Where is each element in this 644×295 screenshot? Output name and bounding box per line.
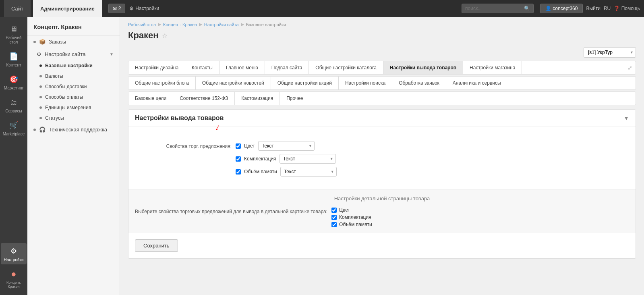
detail-checkbox-bundle[interactable] — [331, 215, 337, 220]
tab-blog-general[interactable]: Общие настройки блога — [128, 77, 196, 89]
logout-btn[interactable]: Выйти — [586, 6, 601, 11]
help-icon: ❓ — [614, 6, 620, 11]
help-btn[interactable]: ❓ Помощь — [614, 6, 640, 11]
resize-icon[interactable]: ⤢ — [627, 61, 636, 74]
detail-checkboxes: Цвет Комплектация Объём памяти — [331, 207, 372, 227]
tab-mainmenu[interactable]: Главное меню — [219, 61, 265, 74]
offer-props-controls: Цвет ТекстСписокКартинка Комплектация — [236, 141, 337, 177]
sidebar-item-currency[interactable]: Валюты — [31, 71, 120, 81]
breadcrumb-desktop[interactable]: Рабочий стол — [128, 22, 156, 27]
checkbox-color[interactable] — [236, 143, 241, 149]
bell-icon: ✉ — [113, 6, 117, 11]
dot-icon — [39, 85, 42, 88]
checkbox-memory[interactable] — [236, 169, 241, 175]
tab-search-settings[interactable]: Настройки поиска — [339, 77, 392, 89]
prop-label-memory: Объём памяти — [244, 169, 277, 175]
tab-promo-general[interactable]: Общие настройки акций — [271, 77, 339, 89]
tab-analytics[interactable]: Аналитика и сервисы — [446, 77, 507, 89]
sidebar-item-content[interactable]: 📄 Контент — [1, 48, 27, 70]
detail-check-color: Цвет — [331, 207, 372, 213]
lang-btn[interactable]: RU — [604, 6, 611, 11]
detail-label: Выберите свойства торговых предложений д… — [135, 207, 327, 214]
notifications-btn[interactable]: ✉ 2 — [108, 4, 126, 13]
sidebar-item-base-settings[interactable]: Базовые настройки — [31, 60, 120, 71]
content-area: Рабочий стол ▶ Концепт: Кракен ▶ Настрой… — [120, 17, 644, 295]
tab-other[interactable]: Прочее — [280, 92, 309, 105]
select-wrap-memory: ТекстСписокКартинка — [280, 167, 337, 177]
dot-icon — [39, 75, 42, 77]
search-input[interactable] — [465, 6, 522, 11]
sidebar-item-payment[interactable]: Способы оплаты — [31, 92, 120, 102]
prop-row-bundle: Комплектация ТекстСписокКартинка — [236, 154, 337, 164]
badge-count: 2 — [118, 6, 121, 11]
detail-checkbox-color[interactable] — [331, 208, 337, 213]
marketing-icon: 🎯 — [9, 75, 19, 84]
breadcrumb-site-settings[interactable]: Настройки сайта — [204, 22, 239, 27]
site-selector-row: [s1] УкрТур — [128, 47, 636, 58]
settings-sidebar-icon: ⚙ — [9, 246, 19, 256]
checkbox-bundle[interactable] — [236, 156, 241, 162]
breadcrumb-current: Базовые настройки — [246, 22, 286, 27]
page-title: Кракен — [128, 30, 159, 41]
sidebar-item-desktop[interactable]: 🖥 Рабочий стол — [1, 21, 27, 47]
orders-icon: 📦 — [39, 39, 46, 45]
select-memory[interactable]: ТекстСписокКартинка — [280, 167, 337, 177]
tabs-row-3: Базовые цели Соответствие 152-ФЗ Кастоми… — [128, 91, 636, 105]
sidebar-item-delivery[interactable]: Способы доставки — [31, 81, 120, 92]
dot-icon — [39, 64, 42, 67]
tab-store-settings[interactable]: Настройки магазина — [463, 61, 522, 74]
tab-contacts[interactable]: Контакты — [185, 61, 219, 74]
gear-icon: ⚙ — [129, 6, 134, 11]
site-selector[interactable]: [s1] УкрТур — [584, 47, 636, 58]
select-bundle[interactable]: ТекстСписокКартинка — [280, 154, 336, 164]
user-icon: 👤 — [545, 6, 551, 11]
tab-customization[interactable]: Кастомизация — [235, 92, 280, 105]
sidebar-item-statuses[interactable]: Статусы — [31, 113, 120, 123]
star-icon[interactable]: ☆ — [162, 32, 168, 39]
sidebar-item-concept360[interactable]: ● Концепт. Кракен — [1, 266, 27, 291]
tab-base-goals[interactable]: Базовые цели — [128, 92, 173, 105]
detail-checkbox-memory[interactable] — [331, 222, 337, 227]
sidebar-item-site-settings[interactable]: ⚙ Настройки сайта ▼ — [27, 48, 120, 60]
select-wrap-color: ТекстСписокКартинка — [258, 141, 315, 151]
sidebar-item-support[interactable]: 🎧 Техническая поддержка — [27, 123, 120, 136]
select-color[interactable]: ТекстСписокКартинка — [258, 141, 315, 151]
tab-requests[interactable]: Обработка заявок — [392, 77, 446, 89]
left-sidebar: 🖥 Рабочий стол 📄 Контент 🎯 Маркетинг 🗂 С… — [0, 17, 27, 295]
dot-icon — [33, 41, 36, 43]
tabs-row-1: Настройки дизайна Контакты Главное меню … — [128, 61, 636, 75]
sidebar-item-services[interactable]: 🗂 Сервисы — [1, 94, 27, 116]
prop-label-bundle: Комплектация — [244, 156, 276, 162]
dot-icon — [39, 117, 42, 119]
user-btn[interactable]: 👤 concept360 — [540, 4, 583, 13]
tab-design[interactable]: Настройки дизайна — [128, 61, 185, 74]
tab-goods-output[interactable]: Настройки вывода товаров — [383, 61, 463, 74]
sidebar-item-settings[interactable]: ⚙ Настройки — [1, 243, 27, 264]
detail-form-row: Выберите свойства торговых предложений д… — [135, 207, 629, 227]
breadcrumb-site[interactable]: Концепт: Кракен — [163, 22, 197, 27]
tab-catalog-general[interactable]: Общие настройки каталога — [309, 61, 383, 74]
tab-admin[interactable]: Администрирование — [33, 0, 102, 17]
search-box: 🔍 — [462, 4, 534, 13]
tab-compliance[interactable]: Соответствие 152-ФЗ — [173, 92, 235, 105]
top-nav: Сайт Администрирование ✉ 2 ⚙ Настройки 🔍… — [0, 0, 644, 17]
tab-news-general[interactable]: Общие настройки новостей — [196, 77, 271, 89]
search-icon: 🔍 — [524, 6, 530, 11]
section-title: Настройки вывода товаров — [135, 114, 224, 122]
detail-prop-label-memory: Объём памяти — [339, 222, 372, 227]
settings-btn[interactable]: ⚙ Настройки — [129, 6, 159, 11]
tab-site[interactable]: Сайт — [4, 0, 31, 17]
detail-prop-label-color: Цвет — [339, 207, 350, 213]
sidebar-item-units[interactable]: Единицы измерения — [31, 102, 120, 113]
dot-icon — [39, 106, 42, 109]
sidebar-item-orders[interactable]: 📦 Заказы — [27, 35, 120, 48]
breadcrumb: Рабочий стол ▶ Концепт: Кракен ▶ Настрой… — [128, 22, 636, 27]
sidebar-item-marketing[interactable]: 🎯 Маркетинг — [1, 71, 27, 93]
sidebar-item-marketplace[interactable]: 🛒 Marketplace — [1, 117, 27, 139]
section-collapse-icon[interactable]: ▼ — [623, 115, 629, 121]
prop-row-color: Цвет ТекстСписокКартинка — [236, 141, 337, 151]
save-button[interactable]: Сохранить — [135, 239, 178, 252]
tab-footer[interactable]: Подвал сайта — [265, 61, 309, 74]
submenu-site-settings: Базовые настройки Валюты Способы доставк… — [27, 60, 120, 123]
detail-prop-label-bundle: Комплектация — [339, 214, 371, 220]
